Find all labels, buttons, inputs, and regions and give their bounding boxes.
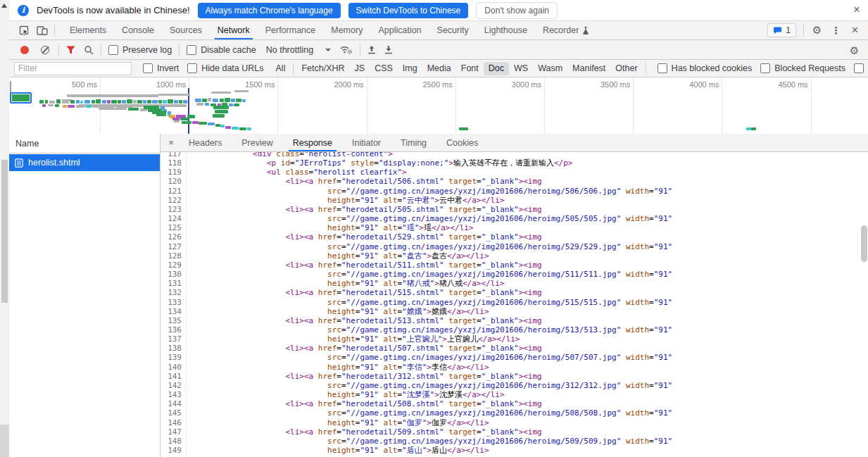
code-line: 144 <li><a href="herodetail/508.shtml" t… (161, 399, 868, 408)
checkbox[interactable] (143, 63, 153, 73)
filter-type-img[interactable]: Img (398, 62, 422, 75)
filter-type-wasm[interactable]: Wasm (533, 62, 567, 75)
request-row-herolist-shtml[interactable]: herolist.shtml (9, 154, 160, 171)
hide-data-urls-checkbox[interactable]: Hide data URLs (187, 63, 263, 73)
network-settings-gear-icon[interactable]: ⚙ (845, 42, 863, 59)
filter-type-manifest[interactable]: Manifest (567, 62, 610, 75)
always-match-language-button[interactable]: Always match Chrome's language (198, 3, 341, 18)
line-number: 126 (161, 232, 187, 242)
filter-type-doc[interactable]: Doc (484, 62, 509, 75)
tab-console[interactable]: Console (114, 21, 162, 39)
filter-type-ws[interactable]: WS (509, 62, 533, 75)
tab-label: Memory (331, 25, 363, 35)
info-icon: i (18, 5, 29, 16)
tab-performance[interactable]: Performance (258, 21, 324, 39)
throttling-select[interactable]: No throttling (265, 45, 331, 55)
inspect-element-icon[interactable] (15, 22, 33, 39)
code-line: 143 height="91" alt="沈梦溪">沈梦溪</a></li> (161, 390, 868, 399)
ruler-gridline (633, 77, 634, 134)
page-scrollbar-thumb[interactable] (1, 160, 8, 303)
tab-application[interactable]: Application (370, 21, 429, 39)
dont-show-again-button[interactable]: Don't show again (476, 2, 558, 19)
filter-3rd-party-requests-checkbox[interactable]: 3rd-party requests (854, 63, 868, 73)
tab-lighthouse[interactable]: Lighthouse (477, 21, 535, 39)
ruler-gridline (722, 77, 722, 134)
filter-type-other[interactable]: Other (610, 62, 642, 75)
detail-tab-initiator[interactable]: Initiator (342, 134, 391, 151)
scroll-up-arrow-icon[interactable] (1, 4, 7, 8)
checkbox[interactable] (187, 45, 196, 55)
waterfall-bar (55, 104, 59, 107)
switch-to-chinese-button[interactable]: Switch DevTools to Chinese (348, 3, 469, 18)
device-toolbar-icon[interactable] (33, 22, 51, 39)
filter-type-media[interactable]: Media (422, 62, 456, 75)
invert-checkbox[interactable]: Invert (143, 63, 179, 73)
tab-elements[interactable]: Elements (62, 21, 114, 39)
code-text: <li><a href="herodetail/509.shtml" targe… (187, 427, 542, 437)
filter-type-css[interactable]: CSS (370, 62, 398, 75)
filter-type-font[interactable]: Font (456, 62, 484, 75)
requests-name-column-header[interactable]: Name (9, 134, 160, 154)
code-scrollbar-thumb[interactable] (861, 225, 867, 262)
filter-blocked-requests-checkbox[interactable]: Blocked Requests (760, 63, 845, 73)
record-button[interactable] (20, 46, 29, 54)
filter-type-fetch-xhr[interactable]: Fetch/XHR (296, 62, 349, 75)
line-number: 135 (161, 316, 187, 325)
detail-tab-cookies[interactable]: Cookies (436, 134, 488, 151)
response-source-code: 117 <div class="herolist-content">118 <p… (161, 152, 868, 455)
preserve-log-checkbox[interactable]: Preserve log (108, 45, 172, 55)
line-number: 123 (161, 205, 187, 214)
checkbox[interactable] (108, 45, 118, 55)
line-number: 140 (161, 363, 187, 372)
detail-tab-timing[interactable]: Timing (391, 134, 436, 151)
waterfall-bar (84, 100, 90, 104)
tab-memory[interactable]: Memory (323, 21, 370, 39)
language-notification-bar: i DevTools is now available in Chinese! … (9, 0, 868, 21)
disable-cache-checkbox[interactable]: Disable cache (187, 45, 256, 55)
detail-tab-preview[interactable]: Preview (232, 134, 282, 151)
filter-input[interactable] (14, 62, 132, 75)
kebab-menu-icon[interactable]: ⋮ (827, 22, 845, 39)
tab-label: Performance (265, 25, 316, 35)
checkbox[interactable] (760, 63, 770, 73)
notification-close-icon[interactable]: × (850, 4, 863, 16)
filter-has-blocked-cookies-checkbox[interactable]: Has blocked cookies (658, 63, 753, 73)
devtools-close-icon[interactable]: × (846, 22, 864, 39)
checkbox[interactable] (854, 63, 864, 73)
checkbox[interactable] (658, 63, 667, 73)
waterfall-bar (48, 104, 54, 106)
export-har-icon[interactable] (384, 45, 393, 54)
ruler-label: 1000 ms (137, 80, 186, 89)
issues-counter[interactable]: 1 (767, 23, 796, 37)
settings-gear-icon[interactable]: ⚙ (808, 22, 826, 39)
page-scrollbar[interactable] (0, 0, 9, 457)
preview-flask-icon (582, 26, 589, 35)
waterfall-bar (199, 122, 207, 125)
search-icon[interactable] (84, 45, 94, 55)
filter-type-js[interactable]: JS (350, 62, 370, 75)
tab-network[interactable]: Network (210, 21, 258, 39)
waterfall-bar (220, 99, 224, 102)
detail-tab-response[interactable]: Response (283, 134, 342, 151)
import-har-icon[interactable] (367, 45, 376, 54)
tab-recorder[interactable]: Recorder (535, 21, 597, 39)
tab-security[interactable]: Security (429, 21, 477, 39)
selected-request-bar (10, 92, 32, 104)
network-conditions-icon[interactable] (339, 45, 353, 54)
code-text: src="//game.gtimg.cn/images/yxzj/img2016… (187, 270, 672, 279)
filter-type-all[interactable]: All (271, 62, 291, 75)
detail-tab-headers[interactable]: Headers (179, 134, 232, 151)
line-number: 137 (161, 334, 187, 344)
line-number: 122 (161, 196, 187, 205)
code-line: 126 <li><a href="herodetail/529.shtml" t… (161, 232, 868, 242)
checkbox[interactable] (187, 63, 197, 73)
detail-close-icon[interactable]: × (163, 134, 179, 151)
code-text: src="//game.gtimg.cn/images/yxzj/img2016… (187, 353, 672, 362)
filter-funnel-icon[interactable] (66, 46, 75, 54)
clear-requests-icon[interactable] (41, 46, 49, 54)
tab-sources[interactable]: Sources (162, 21, 210, 39)
line-number: 118 (161, 158, 187, 168)
network-overview-waterfall[interactable]: 500 ms1000 ms1500 ms2000 ms2500 ms3000 m… (9, 77, 868, 134)
line-number: 124 (161, 214, 187, 223)
response-code-viewer[interactable]: 117 <div class="herolist-content">118 <p… (161, 152, 868, 457)
